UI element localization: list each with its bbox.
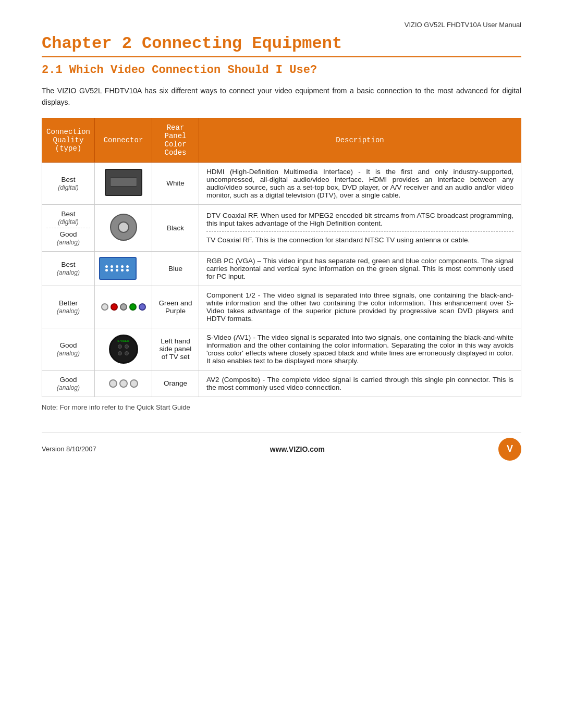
vizio-logo-icon: V (498, 438, 521, 461)
quality-cell: Good (analog) (42, 328, 95, 370)
quality-cell: Best (analog) (42, 251, 95, 286)
component-connector-icon (99, 303, 148, 311)
section-title: 2.1 Which Video Connection Should I Use? (42, 64, 521, 77)
chapter-title: Chapter 2 Connecting Equipment (42, 34, 521, 57)
quality-sub: (analog) (57, 384, 80, 391)
connector-cell (95, 162, 152, 204)
col-header-color: RearPanelColorCodes (152, 118, 199, 162)
table-row: Good (analog) S-VIDEO Left hand sid (42, 328, 521, 370)
quality-cell: Better (analog) (42, 286, 95, 328)
description-cell: DTV Coaxial RF. When used for MPEG2 enco… (199, 204, 521, 251)
quality-sub: (analog) (57, 307, 80, 315)
table-row: Better (analog) Green and Purple Compone… (42, 286, 521, 328)
quality-sub: (digital) (58, 218, 78, 226)
quality-cell: Best (digital) (42, 162, 95, 204)
quality-main: Good (59, 341, 77, 349)
connector-cell (95, 286, 152, 328)
color-code-cell: Blue (152, 251, 199, 286)
connector-cell (95, 370, 152, 397)
color-code-cell: White (152, 162, 199, 204)
quality-main: Best (62, 261, 76, 268)
col-header-description: Description (199, 118, 521, 162)
color-code-cell: Orange (152, 370, 199, 397)
col-header-connector: Connector (95, 118, 152, 162)
connector-cell: S-VIDEO (95, 328, 152, 370)
description-cell: AV2 (Composite) - The complete video sig… (199, 370, 521, 397)
page-footer: Version 8/10/2007 www.VIZIO.com V (42, 432, 521, 461)
quality-sub: (analog) (57, 269, 80, 276)
description-cell: RGB PC (VGA) – This video input has sepa… (199, 251, 521, 286)
description-cell: Component 1/2 - The video signal is sepa… (199, 286, 521, 328)
quality-sub-2: (analog) (57, 239, 80, 246)
color-code-cell: Green and Purple (152, 286, 199, 328)
quality-main-2: Good (59, 230, 77, 238)
color-code-cell: Left hand side panel of TV set (152, 328, 199, 370)
composite-connector-icon (99, 379, 148, 388)
quality-main: Better (59, 299, 78, 307)
description-cell: HDMI (High-Definition Multimedia Interfa… (199, 162, 521, 204)
table-row: Best (digital) White HDMI (High-Definiti… (42, 162, 521, 204)
table-row: Best (analog) (42, 251, 521, 286)
connector-cell (95, 251, 152, 286)
page: VIZIO GV52L FHDTV10A User Manual Chapter… (0, 0, 563, 728)
connection-table: ConnectionQuality(type) Connector RearPa… (42, 118, 521, 397)
description-cell: S-Video (AV1) - The video signal is sepa… (199, 328, 521, 370)
hdmi-connector-icon (105, 169, 142, 196)
table-row: Best (digital) Good (analog) Black DTV C… (42, 204, 521, 251)
svideo-connector-icon: S-VIDEO (109, 335, 138, 364)
footer-url: www.VIZIO.com (270, 445, 325, 453)
quality-main: Best (62, 176, 76, 183)
quality-cell: Good (analog) (42, 370, 95, 397)
intro-paragraph: The VIZIO GV52L FHDTV10A has six differe… (42, 85, 521, 108)
table-row: Good (analog) Orange AV2 (Composite) - T… (42, 370, 521, 397)
table-note: Note: For more info refer to the Quick S… (42, 403, 521, 411)
quality-sub: (digital) (58, 184, 78, 191)
footer-version: Version 8/10/2007 (42, 445, 96, 453)
col-header-quality: ConnectionQuality(type) (42, 118, 95, 162)
coax-connector-icon (110, 214, 137, 241)
quality-main: Best (62, 210, 76, 218)
quality-sub: (analog) (57, 350, 80, 357)
vga-connector-icon (99, 257, 137, 280)
header-manual-title: VIZIO GV52L FHDTV10A User Manual (42, 21, 521, 29)
table-header-row: ConnectionQuality(type) Connector RearPa… (42, 118, 521, 162)
color-code-cell: Black (152, 204, 199, 251)
quality-cell: Best (digital) Good (analog) (42, 204, 95, 251)
connector-cell (95, 204, 152, 251)
quality-main: Good (59, 376, 77, 384)
